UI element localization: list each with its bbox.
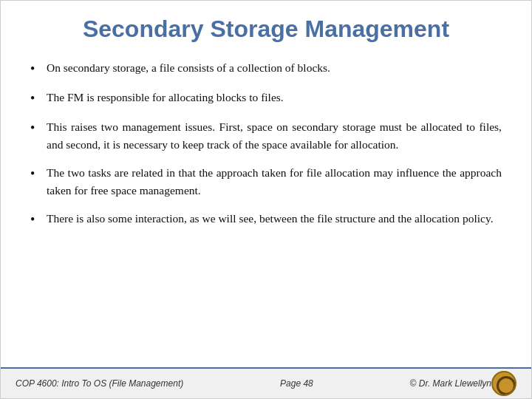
bullet-text: The two tasks are related in that the ap… [47, 164, 502, 200]
footer-left: COP 4600: Intro To OS (File Management) [16, 378, 183, 389]
list-item: •The two tasks are related in that the a… [30, 164, 502, 200]
footer-right-group: © Dr. Mark Llewellyn [410, 371, 516, 396]
bullet-text: The FM is responsible for allocating blo… [47, 89, 502, 106]
bullet-icon: • [30, 211, 47, 229]
list-item: •This raises two management issues. Firs… [30, 118, 502, 154]
bullet-icon: • [30, 60, 47, 78]
slide-content: Secondary Storage Management •On seconda… [1, 1, 531, 367]
list-item: •There is also some interaction, as we w… [30, 210, 502, 229]
list-item: •The FM is responsible for allocating bl… [30, 89, 502, 108]
bullet-text: This raises two management issues. First… [47, 118, 502, 154]
footer-right: © Dr. Mark Llewellyn [410, 378, 491, 389]
ucf-logo-icon [491, 371, 516, 396]
list-item: •On secondary storage, a file consists o… [30, 59, 502, 78]
bullet-icon: • [30, 165, 47, 183]
bullet-icon: • [30, 89, 47, 108]
slide: Secondary Storage Management •On seconda… [0, 0, 532, 399]
slide-title: Secondary Storage Management [30, 16, 502, 43]
footer-center: Page 48 [280, 378, 313, 389]
bullet-text: On secondary storage, a file consists of… [47, 59, 502, 77]
bullet-icon: • [30, 119, 47, 137]
bullet-list: •On secondary storage, a file consists o… [30, 59, 502, 230]
bullet-text: There is also some interaction, as we wi… [47, 210, 502, 228]
slide-footer: COP 4600: Intro To OS (File Management) … [1, 367, 531, 398]
